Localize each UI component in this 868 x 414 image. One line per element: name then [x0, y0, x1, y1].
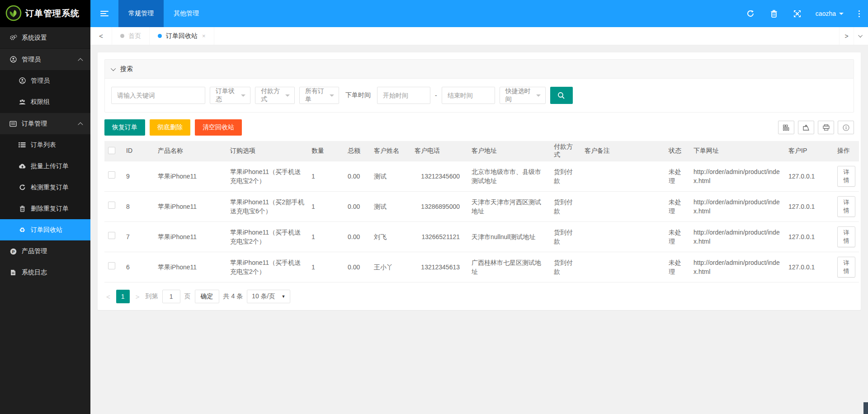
sidebar-item-detect-duplicate-orders[interactable]: 检测重复订单 — [0, 177, 90, 198]
table-row: 7 苹果iPhone11 苹果iPhone11（买手机送充电宝2个） 1 0.0… — [104, 222, 859, 252]
app-logo[interactable]: 订单管理系统 — [0, 0, 90, 27]
chevron-up-icon — [78, 58, 83, 63]
columns-filter-button[interactable] — [778, 121, 794, 134]
detail-button[interactable]: 详情 — [837, 257, 855, 278]
more-options-button[interactable] — [850, 0, 868, 27]
cell-product: 苹果iPhone11 — [154, 252, 226, 282]
topnav-tab-other[interactable]: 其他管理 — [164, 0, 209, 27]
sidebar-item-delete-duplicate-orders[interactable]: 删除重复订单 — [0, 198, 90, 219]
sidebar-item-order-management[interactable]: 订单管理 — [0, 113, 90, 134]
permanent-delete-button[interactable]: 彻底删除 — [150, 119, 190, 136]
sidebar-item-admin[interactable]: 管理员 — [0, 49, 90, 70]
cell-id: 8 — [123, 192, 154, 222]
col-header-qty: 数量 — [308, 141, 344, 161]
sidebar-item-bulk-upload-orders[interactable]: 批量上传订单 — [0, 155, 90, 177]
empty-recycle-bin-button[interactable]: 清空回收站 — [195, 119, 242, 136]
status-badge: 未处理 — [665, 161, 690, 192]
sidebar-item-system-log[interactable]: 系统日志 — [0, 262, 90, 283]
keyword-input[interactable] — [111, 87, 205, 104]
cell-option: 苹果iPhone11（买手机送充电宝2个） — [226, 161, 308, 192]
cell-address: 天津市天津市河西区测试地址 — [468, 192, 550, 222]
scrollbar-thumb[interactable] — [863, 402, 868, 414]
gears-icon — [9, 34, 17, 42]
select-all-checkbox[interactable] — [108, 147, 115, 154]
sort-icon[interactable] — [135, 147, 139, 155]
cloud-upload-icon — [18, 163, 26, 170]
cell-name: 测试 — [370, 161, 411, 192]
chevron-down-icon — [536, 94, 541, 99]
cell-total: 0.00 — [344, 192, 370, 222]
export-button[interactable] — [798, 121, 814, 134]
restore-orders-button[interactable]: 恢复订单 — [104, 119, 145, 136]
tab-home[interactable]: 首页 — [112, 27, 150, 45]
page-number-button[interactable]: 1 — [116, 290, 130, 303]
total-count-label: 共 4 条 — [223, 292, 243, 301]
detail-button[interactable]: 详情 — [837, 226, 855, 247]
sidebar-item-permission-groups[interactable]: 权限组 — [0, 91, 90, 113]
row-checkbox[interactable] — [108, 171, 115, 179]
cell-url: http://order/admin/product/index.html — [690, 222, 785, 252]
table-row: 6 苹果iPhone11 苹果iPhone11（买手机送充电宝2个） 1 0.0… — [104, 252, 859, 282]
sidebar-item-product-management[interactable]: P 产品管理 — [0, 240, 90, 262]
refresh-icon — [746, 9, 755, 18]
cell-remark — [581, 192, 665, 222]
page-size-select[interactable]: 10 条/页 ▼ — [247, 290, 290, 303]
app-root: 订单管理系统 系统设置 — [0, 0, 868, 414]
orders-icon — [9, 120, 17, 127]
detail-button[interactable]: 详情 — [837, 166, 855, 187]
tabs-scroll-right-button[interactable]: > — [839, 27, 854, 45]
refresh-button[interactable] — [739, 0, 762, 27]
tab-order-recycle-bin[interactable]: 订单回收站 × — [150, 27, 214, 45]
topnav-tab-label: 常规管理 — [128, 9, 154, 18]
col-header-option: 订购选项 — [226, 141, 308, 161]
sidebar-collapse-button[interactable] — [90, 0, 118, 27]
sidebar: 订单管理系统 系统设置 — [0, 0, 90, 414]
prev-page-button[interactable]: < — [104, 293, 112, 301]
sidebar-item-label: 权限组 — [31, 98, 50, 106]
cell-payment: 货到付款 — [550, 222, 581, 252]
chevron-down-icon — [285, 94, 290, 99]
orders-table: ID 产品名称 订购选项 数量 总额 客户姓名 客户电话 客户地址 付款方式 客… — [104, 141, 859, 282]
list-icon — [18, 141, 26, 149]
goto-page-input[interactable] — [162, 290, 180, 303]
search-button[interactable] — [550, 87, 573, 104]
sidebar-item-order-recycle-bin[interactable]: ♻ 订单回收站 — [0, 219, 90, 240]
quick-time-select[interactable]: 快捷选时间 — [500, 87, 546, 104]
sidebar-item-label: 管理员 — [31, 77, 50, 85]
trash-button[interactable] — [762, 0, 786, 27]
detail-button[interactable]: 详情 — [837, 196, 855, 217]
cell-qty: 1 — [308, 161, 344, 192]
status-badge: 未处理 — [665, 222, 690, 252]
user-menu[interactable]: caozha — [809, 0, 850, 27]
sidebar-item-label: 检测重复订单 — [31, 183, 69, 192]
row-checkbox[interactable] — [108, 262, 115, 269]
info-button[interactable] — [838, 121, 854, 134]
logo-leaf-icon — [5, 5, 22, 23]
sidebar-item-order-list[interactable]: 订单列表 — [0, 134, 90, 155]
col-header-id[interactable]: ID — [123, 141, 154, 161]
print-button[interactable] — [818, 121, 834, 134]
all-orders-select[interactable]: 所有订单 — [299, 87, 339, 104]
goto-confirm-button[interactable]: 确定 — [195, 290, 219, 303]
tabs-menu-button[interactable] — [854, 27, 868, 45]
export-icon — [803, 124, 810, 131]
sidebar-item-admin-users[interactable]: 管理员 — [0, 70, 90, 91]
order-status-select[interactable]: 订单状态 — [210, 87, 250, 104]
next-page-button[interactable]: > — [134, 293, 142, 301]
fullscreen-button[interactable] — [786, 0, 809, 27]
row-checkbox[interactable] — [108, 232, 115, 239]
cell-url: http://order/admin/product/index.html — [690, 161, 785, 192]
end-time-input[interactable] — [442, 87, 495, 104]
sidebar-item-system-settings[interactable]: 系统设置 — [0, 27, 90, 48]
cell-product: 苹果iPhone11 — [154, 192, 226, 222]
row-checkbox[interactable] — [108, 202, 115, 209]
close-icon[interactable]: × — [202, 33, 206, 39]
search-panel-header[interactable]: 搜索 — [105, 60, 854, 79]
start-time-input[interactable] — [377, 87, 430, 104]
payment-method-select[interactable]: 付款方式 — [255, 87, 295, 104]
search-icon — [557, 92, 565, 99]
tabs-scroll-left-button[interactable]: < — [90, 27, 112, 45]
user-icon — [18, 77, 26, 85]
topnav-tab-general[interactable]: 常规管理 — [118, 0, 164, 27]
cell-address: 天津市nullnull测试地址 — [468, 222, 550, 252]
